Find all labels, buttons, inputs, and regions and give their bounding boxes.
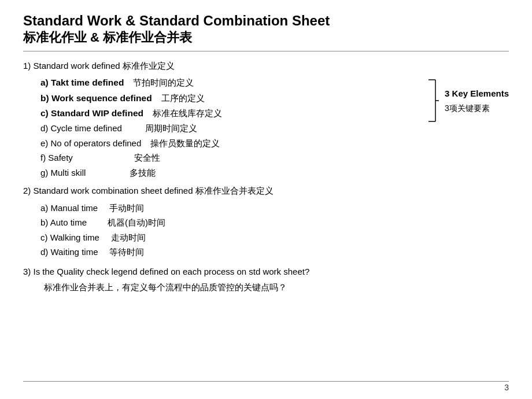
item-g-label: g) Multi skill	[40, 165, 86, 180]
item-e-zh: 操作员数量的定义	[150, 136, 220, 151]
section2-item-d-label: d) Waiting time	[40, 245, 98, 260]
title-zh: 标准化作业 & 标准作业合并表	[23, 29, 509, 46]
section2-item-c: c) Walking time 走动时间	[40, 230, 509, 245]
item-c-zh: 标准在线库存定义	[153, 106, 222, 121]
section2-item-a: a) Manual time 手动时间	[40, 201, 509, 216]
section2-header: 2) Standard work combination sheet defin…	[23, 183, 509, 198]
section2-item-b-zh: 机器(自动)时间	[108, 215, 165, 230]
title-en: Standard Work & Standard Combination She…	[23, 12, 509, 29]
item-f-label: f) Safety	[40, 150, 73, 165]
section1-header: 1) Standard work defined 标准作业定义	[23, 58, 509, 73]
bracket-svg	[424, 77, 440, 124]
title-section: Standard Work & Standard Combination She…	[23, 12, 509, 46]
section2-item-a-label: a) Manual time	[40, 201, 98, 216]
section2: 2) Standard work combination sheet defin…	[23, 183, 509, 260]
item-a-zh: 节拍时间的定义	[133, 75, 194, 90]
item-e: e) No of operators defined 操作员数量的定义	[40, 136, 418, 151]
section2-item-d-zh: 等待时间	[109, 245, 144, 260]
section2-items: a) Manual time 手动时间 b) Auto time 机器(自动)时…	[40, 201, 509, 260]
item-a: a) Takt time defined 节拍时间的定义	[40, 75, 418, 90]
item-g-zh: 多技能	[130, 165, 156, 180]
section2-item-c-label: c) Walking time	[40, 230, 99, 245]
bottom-divider	[23, 381, 509, 382]
section2-item-d: d) Waiting time 等待时间	[40, 245, 509, 260]
section2-item-b: b) Auto time 机器(自动)时间	[40, 215, 509, 230]
key-elements-zh: 3项关键要素	[445, 102, 509, 116]
item-e-label: e) No of operators defined	[40, 136, 141, 151]
section2-item-c-zh: 走动时间	[111, 230, 146, 245]
item-d: d) Cycle time defined 周期时间定义	[40, 121, 418, 136]
item-g: g) Multi skill 多技能	[40, 165, 418, 180]
item-d-zh: 周期时间定义	[145, 121, 197, 136]
item-c: c) Standard WIP defined 标准在线库存定义	[40, 106, 418, 121]
item-a-label: a) Takt time defined	[40, 75, 124, 90]
bracket-group: 3 Key Elements 3项关键要素	[424, 77, 509, 124]
section2-item-b-label: b) Auto time	[40, 215, 87, 230]
section3-line2: 标准作业合并表上，有定义每个流程中的品质管控的关键点吗？	[44, 280, 509, 295]
section3: 3) Is the Quality check legend defined o…	[23, 264, 509, 295]
section3-line1: 3) Is the Quality check legend defined o…	[23, 264, 509, 279]
section2-item-a-zh: 手动时间	[109, 201, 144, 216]
top-divider	[23, 51, 509, 51]
key-elements-en: 3 Key Elements	[445, 86, 509, 101]
item-b-zh: 工序的定义	[161, 91, 205, 106]
item-c-label: c) Standard WIP defined	[40, 106, 143, 121]
item-f-zh: 安全性	[134, 150, 160, 165]
section1-items: a) Takt time defined 节拍时间的定义 b) Work seq…	[35, 75, 418, 180]
page-container: Standard Work & Standard Combination She…	[0, 0, 532, 399]
item-f: f) Safety 安全性	[40, 150, 418, 165]
item-b-label: b) Work sequence defined	[40, 91, 152, 106]
key-elements-box: 3 Key Elements 3项关键要素	[445, 86, 509, 116]
item-b: b) Work sequence defined 工序的定义	[40, 91, 418, 106]
content-section: 1) Standard work defined 标准作业定义 a) Takt …	[23, 58, 509, 295]
page-number: 3	[504, 383, 509, 392]
item-d-label: d) Cycle time defined	[40, 121, 122, 136]
